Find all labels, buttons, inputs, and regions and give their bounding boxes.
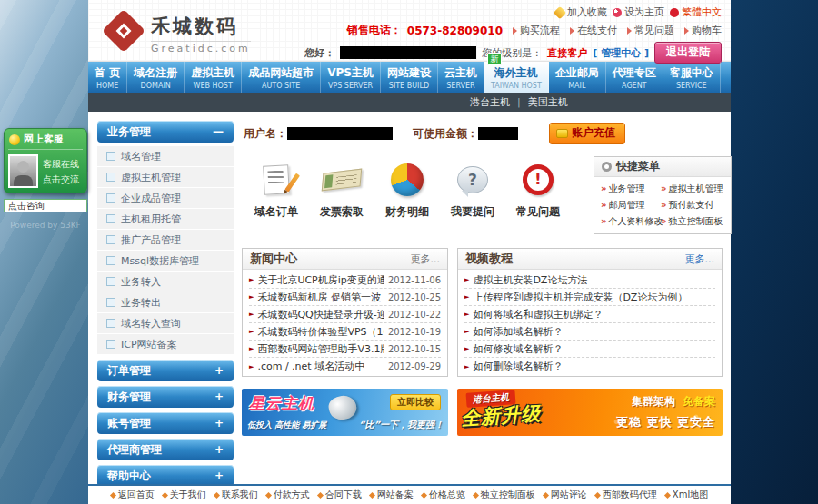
expand-icon: +: [214, 390, 224, 403]
sidebar-section-finance[interactable]: 财务管理+: [97, 386, 234, 408]
banner-row: 星云主机 立即比较 低投入 高性能 易扩展 “比”一下，我更强！ 港台主机 全新…: [242, 389, 723, 436]
footer-link-xml-map[interactable]: Xml地图: [665, 489, 708, 501]
video-item[interactable]: 上传程序到虚拟主机并完成安装（DZ论坛为例）: [464, 289, 715, 306]
video-item[interactable]: 如何添加域名解析？: [464, 323, 715, 341]
news-more-link[interactable]: 更多...: [411, 252, 441, 266]
list-icon: [106, 193, 115, 203]
news-item[interactable]: .com / .net 域名活动中2012-09-29: [249, 358, 441, 375]
video-item[interactable]: 虚拟主机安装DZ论坛方法: [464, 272, 715, 289]
invoice-icon: [322, 169, 363, 192]
news-header: 新闻中心 更多...: [243, 249, 447, 270]
chat-box: 网上客服 客服在线 点击交流: [4, 128, 87, 193]
news-item[interactable]: 禾城数码QQ快捷登录升级-迎新年2012-10-22: [249, 306, 441, 323]
recharge-button[interactable]: 账户充值: [549, 123, 625, 144]
sidebar-item-product-mgmt[interactable]: 企业成品管理: [97, 188, 234, 209]
bullet-icon: [594, 491, 601, 498]
news-item[interactable]: 禾城数码特价体验型VPS（1G内2012-10-19: [249, 323, 441, 341]
traditional-chinese-link[interactable]: 繁體中文: [670, 5, 722, 19]
shortcut-finance-detail[interactable]: 财务明细: [374, 162, 440, 234]
video-item[interactable]: 如何将域名和虚拟主机绑定？: [464, 306, 715, 323]
chat-consult-input[interactable]: 点击咨询: [4, 199, 87, 212]
add-favorite-link[interactable]: 加入收藏: [555, 5, 607, 19]
tab-home[interactable]: 首 页HOME: [88, 62, 127, 93]
video-item[interactable]: 如何删除域名解析？: [464, 358, 715, 375]
expand-icon: +: [214, 364, 224, 377]
sidebar-item-domain-mgmt[interactable]: 域名管理: [97, 146, 234, 167]
footer-link-about[interactable]: 关于我们: [163, 489, 206, 501]
sidebar-item-transfer-out[interactable]: 业务转出: [97, 292, 234, 313]
subnav-us-host[interactable]: 美国主机: [510, 93, 568, 112]
footer-link-contact[interactable]: 联系我们: [214, 489, 258, 501]
quickmenu-webhost-mgmt[interactable]: 虚拟主机管理: [661, 183, 727, 195]
shortcut-invoice-request[interactable]: 发票索取: [309, 162, 374, 234]
tab-cloud-server[interactable]: 云主机SERVER: [438, 62, 484, 93]
footer-link-control-panel[interactable]: 独立控制面板: [474, 489, 535, 501]
nebula-host-banner[interactable]: 星云主机 立即比较 低投入 高性能 易扩展 “比”一下，我更强！: [242, 389, 448, 436]
footer-link-reviews[interactable]: 网站评论: [544, 489, 587, 501]
video-item[interactable]: 如何修改域名解析？: [464, 341, 715, 358]
subnav-hk-taiwan-host[interactable]: 港台主机: [470, 93, 510, 112]
faq-link[interactable]: 常见问题: [627, 24, 674, 37]
footer-link-filing[interactable]: 网站备案: [370, 489, 414, 501]
news-item[interactable]: 关于北京UCP机房ip变更的通知2012-11-06: [249, 272, 441, 289]
shortcut-ask-question[interactable]: ? 我要提问: [440, 162, 505, 234]
sidebar-item-mssql[interactable]: Mssql数据库管理: [97, 251, 234, 272]
arrow-icon: [627, 27, 632, 35]
tab-overseas-host[interactable]: 新 海外主机TAIWAN HOST: [484, 62, 549, 93]
logout-button[interactable]: 退出登陆: [654, 42, 722, 64]
tab-agent[interactable]: 代理专区AGENT: [606, 62, 663, 93]
footer-link-prices[interactable]: 价格总览: [422, 489, 465, 501]
footer-link-contract[interactable]: 合同下载: [318, 489, 362, 501]
logo-subtitle: Greatidc.com: [151, 41, 251, 54]
list-icon: [106, 152, 115, 161]
tab-vps[interactable]: VPS主机VPS SERVER: [321, 62, 381, 93]
sidebar-item-domain-transfer-query[interactable]: 域名转入查询: [97, 313, 234, 334]
redacted-username: [340, 46, 476, 59]
footer-link-payment[interactable]: 付款方式: [266, 489, 310, 501]
banner-slogan: “比”一下，我更强！: [359, 419, 444, 431]
sidebar-item-icp-filing[interactable]: ICP网站备案: [97, 334, 234, 355]
news-video-row: 新闻中心 更多... 关于北京UCP机房ip变更的通知2012-11-06 禾城…: [242, 248, 723, 377]
compare-now-button[interactable]: 立即比较: [390, 394, 441, 410]
tab-auto-site[interactable]: 成品网站超市AUTO SITE: [242, 62, 321, 93]
cart-link[interactable]: 购物车: [684, 24, 722, 37]
list-icon: [106, 214, 115, 223]
gear-icon: [602, 162, 612, 172]
tab-service[interactable]: 客服中心SERVICE: [663, 62, 721, 93]
video-more-link[interactable]: 更多...: [685, 252, 715, 266]
footer-link-home[interactable]: 返回首页: [111, 489, 155, 501]
news-item[interactable]: 禾城数码新机房 促销第一波2012-10-25: [249, 289, 441, 306]
favorite-icon: [554, 5, 566, 18]
expand-icon: +: [214, 443, 224, 456]
sidebar-section-business[interactable]: 业务管理 —: [97, 121, 234, 143]
footer-link-west-agent[interactable]: 西部数码代理: [595, 489, 657, 501]
purchase-process-link[interactable]: 购买流程: [513, 24, 560, 37]
chat-body[interactable]: 客服在线 点击交流: [8, 150, 83, 188]
news-item[interactable]: 西部数码网站管理助手V3.1版正式发2012-10-15: [249, 341, 441, 358]
tab-site-build[interactable]: 网站建设SITE BUILD: [381, 62, 438, 93]
account-row: 您好： 您的级别是： 直接客户 [ 管理中心 ] 退出登陆: [304, 42, 722, 64]
tab-mail[interactable]: 企业邮局MAIL: [549, 62, 606, 93]
sidebar-item-transfer-in[interactable]: 业务转入: [97, 272, 234, 292]
video-title: 视频教程: [465, 251, 513, 267]
sidebar-section-account[interactable]: 账号管理+: [97, 412, 234, 434]
sidebar-item-promo-products[interactable]: 推广产品管理: [97, 230, 234, 251]
sidebar-item-host-rental[interactable]: 主机租用托管: [97, 209, 234, 230]
quickmenu-prepay[interactable]: 预付款支付: [661, 199, 727, 212]
admin-center-link[interactable]: [ 管理中心 ]: [593, 46, 649, 60]
quickmenu-profile-edit[interactable]: 个人资料修改: [601, 215, 659, 228]
tab-domain[interactable]: 域名注册DOMAIN: [127, 62, 185, 93]
sidebar-section-agent[interactable]: 代理商管理+: [97, 439, 234, 460]
online-payment-link[interactable]: 在线支付: [570, 24, 617, 37]
set-homepage-link[interactable]: 设为主页: [613, 5, 664, 19]
shortcut-domain-orders[interactable]: 域名订单: [244, 162, 309, 234]
sidebar-item-webhost-mgmt[interactable]: 虚拟主机管理: [97, 167, 234, 188]
quickmenu-mail-mgmt[interactable]: 邮局管理: [601, 199, 659, 212]
page-wrapper: 禾城数码 Greatidc.com 加入收藏 设为主页 繁體中文 销售电话：05…: [88, 0, 731, 504]
tab-web-host[interactable]: 虚拟主机WEB HOST: [185, 62, 242, 93]
quickmenu-control-panel[interactable]: 独立控制面板: [661, 215, 727, 228]
shortcut-faq[interactable]: ! 常见问题: [505, 162, 571, 234]
quickmenu-business-mgmt[interactable]: 业务管理: [601, 183, 659, 195]
sidebar-section-orders[interactable]: 订单管理+: [97, 360, 234, 381]
taiwan-upgrade-banner[interactable]: 港台主机 全新升级 集群架构免备案 更稳 更快 更安全: [457, 389, 723, 436]
